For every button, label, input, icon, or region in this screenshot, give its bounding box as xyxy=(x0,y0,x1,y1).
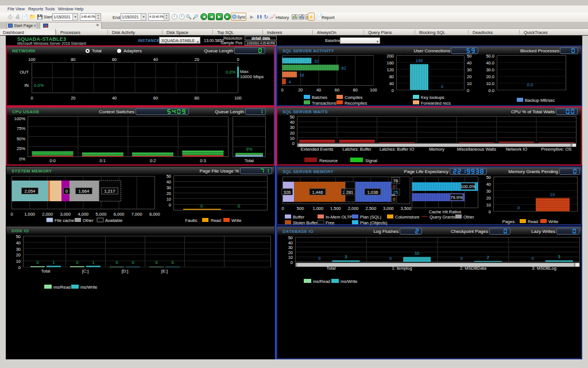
svg-text:Max:: Max: xyxy=(240,69,249,74)
svg-text:25: 25 xyxy=(393,190,398,195)
svg-text:40: 40 xyxy=(467,60,471,66)
svg-text:Buffer: Buffer xyxy=(293,214,304,220)
svg-text:5,000: 5,000 xyxy=(96,212,107,217)
svg-text:60: 60 xyxy=(112,57,117,62)
svg-text:0: 0 xyxy=(115,260,118,265)
svg-text:Write: Write xyxy=(231,218,241,223)
svg-text:10.0: 10.0 xyxy=(486,81,494,86)
svg-text:50: 50 xyxy=(467,53,471,59)
svg-text:Network IO: Network IO xyxy=(506,147,528,152)
svg-text:1,217: 1,217 xyxy=(105,189,115,194)
svg-text:Forwarded recs: Forwarded recs xyxy=(421,101,451,106)
svg-text:Cache Hit Ratios: Cache Hit Ratios xyxy=(429,209,462,214)
svg-text:Plan (Objects): Plan (Objects) xyxy=(360,220,388,225)
svg-text:2,500: 2,500 xyxy=(365,206,376,211)
svg-text:1: 1 xyxy=(92,260,94,265)
svg-text:Backup MB/sec: Backup MB/sec xyxy=(525,98,555,103)
svg-text:30: 30 xyxy=(290,125,295,130)
svg-text:9%: 9% xyxy=(246,147,253,152)
svg-text:0: 0 xyxy=(441,84,443,89)
svg-text:0: 0 xyxy=(238,204,240,209)
svg-text:149: 149 xyxy=(416,58,423,63)
svg-text:30: 30 xyxy=(167,185,171,190)
svg-text:20: 20 xyxy=(16,252,21,258)
svg-text:20: 20 xyxy=(167,191,171,196)
svg-text:8,000: 8,000 xyxy=(149,212,160,217)
svg-text:2,000: 2,000 xyxy=(42,212,53,217)
svg-text:30: 30 xyxy=(16,247,21,252)
svg-text:40: 40 xyxy=(112,95,117,101)
svg-text:120: 120 xyxy=(386,67,394,72)
svg-text:1,000: 1,000 xyxy=(24,212,35,217)
svg-text:80: 80 xyxy=(71,57,75,62)
svg-text:Columnstore: Columnstore xyxy=(395,214,420,220)
svg-text:20: 20 xyxy=(486,195,491,201)
svg-text:0:2: 0:2 xyxy=(150,158,156,163)
svg-text:100%: 100% xyxy=(14,116,26,121)
svg-text:0: 0 xyxy=(281,87,283,93)
svg-text:Extended Events: Extended Events xyxy=(301,147,334,152)
svg-text:Available: Available xyxy=(105,218,122,223)
svg-text:1,446: 1,446 xyxy=(312,190,323,195)
svg-text:30: 30 xyxy=(486,189,491,194)
svg-text:16: 16 xyxy=(299,72,304,78)
svg-text:Transactions: Transactions xyxy=(312,101,336,106)
svg-text:Batches: Batches xyxy=(312,95,327,100)
svg-text:0.0: 0.0 xyxy=(489,88,494,93)
svg-text:File cache: File cache xyxy=(55,218,74,223)
svg-text:4,000: 4,000 xyxy=(78,212,89,217)
svg-text:100: 100 xyxy=(28,57,36,62)
svg-text:281: 281 xyxy=(346,190,354,195)
svg-text:40: 40 xyxy=(389,81,394,86)
svg-text:326: 326 xyxy=(284,190,291,195)
svg-text:10: 10 xyxy=(167,197,171,202)
svg-text:62: 62 xyxy=(342,66,346,71)
svg-text:80: 80 xyxy=(353,87,358,93)
svg-text:500: 500 xyxy=(297,206,304,211)
svg-text:7,000: 7,000 xyxy=(131,212,142,217)
svg-text:80: 80 xyxy=(389,74,394,79)
svg-text:0: 0 xyxy=(517,205,520,210)
svg-text:Resource: Resource xyxy=(319,158,338,163)
svg-text:0: 0 xyxy=(318,256,320,261)
svg-text:In-Mem OLTP: In-Mem OLTP xyxy=(326,214,353,220)
svg-text:0: 0 xyxy=(131,260,134,265)
svg-text:10: 10 xyxy=(290,136,295,141)
svg-text:0: 0 xyxy=(155,260,157,265)
svg-text:Latches: Buffer IO: Latches: Buffer IO xyxy=(380,147,414,152)
svg-text:50: 50 xyxy=(486,175,491,180)
svg-text:6,000: 6,000 xyxy=(114,212,125,217)
svg-text:10: 10 xyxy=(467,81,471,86)
svg-text:50%: 50% xyxy=(17,136,25,141)
svg-text:76: 76 xyxy=(393,178,398,183)
svg-text:1,664: 1,664 xyxy=(79,189,90,194)
svg-text:40: 40 xyxy=(486,182,491,187)
svg-text:Recompiles: Recompiles xyxy=(345,101,367,106)
svg-text:0: 0 xyxy=(171,260,173,265)
svg-text:0: 0 xyxy=(467,88,469,93)
svg-text:100.0%: 100.0% xyxy=(461,184,475,189)
svg-text:100: 100 xyxy=(370,87,377,93)
svg-text:2,000: 2,000 xyxy=(348,206,359,211)
svg-text:Preemptive: OS: Preemptive: OS xyxy=(541,147,571,152)
svg-text:Pages:: Pages: xyxy=(502,219,516,224)
svg-text:Other: Other xyxy=(83,218,94,223)
svg-text:0: 0 xyxy=(393,197,395,202)
svg-text:40: 40 xyxy=(153,57,158,62)
svg-text:Memory: Memory xyxy=(429,147,444,152)
svg-text:Key lookups: Key lookups xyxy=(421,95,444,100)
svg-text:0:1: 0:1 xyxy=(100,158,106,163)
svg-text:20.0: 20.0 xyxy=(486,74,494,79)
svg-text:ms/Write: ms/Write xyxy=(80,285,97,290)
svg-text:20: 20 xyxy=(298,87,303,93)
svg-text:0:0: 0:0 xyxy=(49,158,55,163)
svg-text:Latches: Buffer: Latches: Buffer xyxy=(342,147,372,152)
svg-text:Read: Read xyxy=(528,219,538,224)
svg-text:20: 20 xyxy=(195,57,199,62)
svg-text:0: 0 xyxy=(532,256,534,261)
svg-text:0: 0 xyxy=(30,95,33,101)
svg-text:50.0: 50.0 xyxy=(486,53,494,59)
svg-text:Other: Other xyxy=(463,214,474,220)
svg-text:40: 40 xyxy=(290,120,295,125)
svg-text:Free: Free xyxy=(326,220,334,225)
